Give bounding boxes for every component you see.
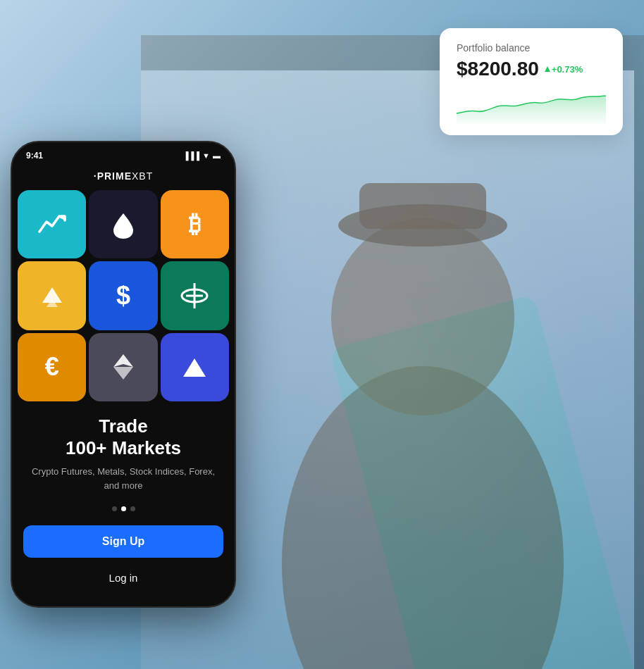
icon-tile-dollar[interactable]: $ xyxy=(89,261,157,330)
trade-section: Trade 100+ Markets Crypto Futures, Metal… xyxy=(12,401,235,498)
arrow-up-icon xyxy=(545,66,550,72)
markets-grid: ₿ $ € xyxy=(12,190,235,401)
tether-icon xyxy=(179,280,210,311)
icon-tile-oil[interactable] xyxy=(89,190,157,258)
svg-marker-13 xyxy=(183,358,206,377)
portfolio-chart xyxy=(457,89,606,124)
icon-tile-euro[interactable]: € xyxy=(18,333,86,401)
ethereum-icon xyxy=(111,351,136,382)
portfolio-amount: $8200.80 xyxy=(457,58,539,80)
drop-icon xyxy=(111,209,136,240)
phone-mockup: 9:41 ▐▐▐ ▼ ▬ ·PRIMEXBT xyxy=(11,141,236,608)
signal-icon: ▐▐▐ xyxy=(183,151,199,160)
svg-marker-12 xyxy=(113,367,133,380)
dot-1 xyxy=(112,506,117,511)
dollar-symbol: $ xyxy=(116,281,130,311)
svg-marker-5 xyxy=(545,66,550,72)
app-logo: ·PRIMEXBT xyxy=(12,165,235,190)
portfolio-change: +0.73% xyxy=(545,64,583,75)
euro-symbol: € xyxy=(45,352,59,382)
login-button[interactable]: Log in xyxy=(23,563,223,592)
battery-icon: ▬ xyxy=(213,151,221,160)
portfolio-value-row: $8200.80 +0.73% xyxy=(457,58,606,80)
gold-icon xyxy=(37,280,68,311)
icon-tile-gold[interactable] xyxy=(18,261,86,330)
icon-tile-indices[interactable] xyxy=(161,333,229,401)
wifi-icon: ▼ xyxy=(202,151,210,160)
icon-tile-bitcoin[interactable]: ₿ xyxy=(161,190,229,258)
svg-marker-11 xyxy=(113,354,133,367)
mountain-icon xyxy=(179,351,210,382)
phone-cta-buttons: Sign Up Log in xyxy=(12,520,235,606)
icon-tile-ethereum[interactable] xyxy=(89,333,157,401)
status-time: 9:41 xyxy=(26,151,43,161)
dot-2 xyxy=(121,506,126,511)
signup-button[interactable]: Sign Up xyxy=(23,525,223,558)
portfolio-card: Portfolio balance $8200.80 +0.73% xyxy=(440,28,623,135)
icon-tile-trending[interactable] xyxy=(18,190,86,258)
svg-point-2 xyxy=(331,218,514,415)
status-icons: ▐▐▐ ▼ ▬ xyxy=(183,151,221,160)
logo-prime: ·PRIME xyxy=(94,170,132,182)
dot-3 xyxy=(130,506,135,511)
phone-status-bar: 9:41 ▐▐▐ ▼ ▬ xyxy=(12,142,235,165)
icon-tile-tether[interactable] xyxy=(161,261,229,330)
logo-xbt: XBT xyxy=(132,170,153,182)
trade-title: Trade 100+ Markets xyxy=(23,415,223,459)
pagination-dots xyxy=(12,498,235,520)
portfolio-label: Portfolio balance xyxy=(457,42,606,54)
trending-icon xyxy=(37,209,68,240)
phone-container: 9:41 ▐▐▐ ▼ ▬ ·PRIMEXBT xyxy=(11,141,236,608)
bitcoin-symbol: ₿ xyxy=(189,211,201,238)
trade-subtitle: Crypto Futures, Metals, Stock Indices, F… xyxy=(23,465,223,492)
svg-rect-4 xyxy=(359,183,486,229)
